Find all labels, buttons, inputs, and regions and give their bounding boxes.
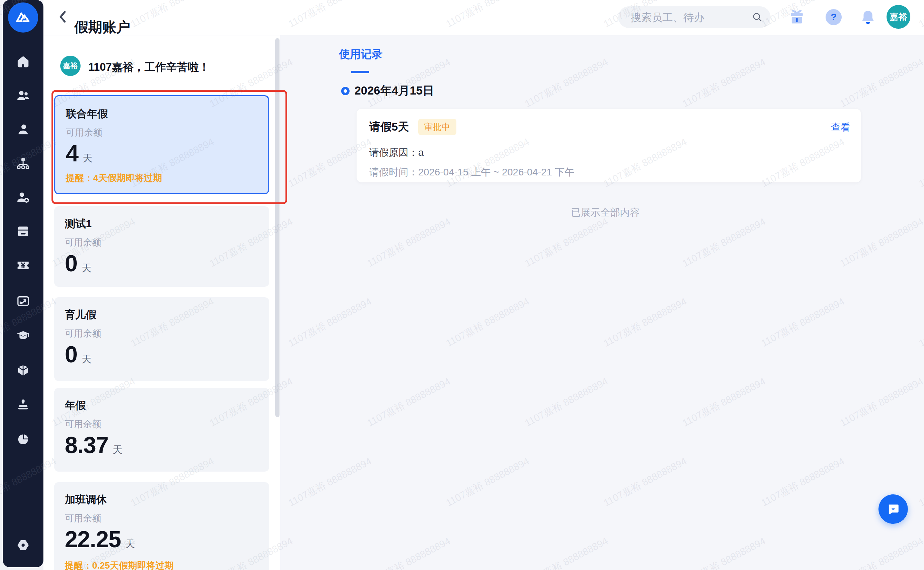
balance-value: 0 bbox=[65, 342, 77, 367]
page-title: 假期账户 bbox=[74, 18, 130, 35]
approval-stamp-icon bbox=[16, 397, 31, 412]
back-button[interactable] bbox=[57, 9, 68, 25]
search-input[interactable] bbox=[630, 6, 747, 29]
leave-type-name: 测试1 bbox=[65, 217, 92, 231]
sidebar-item-settings[interactable] bbox=[15, 537, 31, 553]
expiry-alert: 提醒：0.25天假期即将过期 bbox=[65, 559, 174, 570]
avatar-initials: 嘉裕 bbox=[890, 11, 907, 23]
team-icon bbox=[16, 88, 31, 103]
status-badge: 审批中 bbox=[418, 119, 456, 135]
timeline-bullet-icon bbox=[341, 87, 350, 95]
balance-unit: 天 bbox=[81, 352, 91, 366]
mountain-logo-icon bbox=[13, 8, 33, 27]
balance-label: 可用余额 bbox=[65, 512, 101, 524]
person-icon bbox=[16, 122, 31, 137]
assets-box-icon bbox=[16, 363, 31, 378]
balance-value: 4 bbox=[66, 140, 78, 166]
leave-balance-panel: 嘉裕 1107嘉裕，工作辛苦啦！ 联合年假 可用余额 4天 提醒：4天假期即将过… bbox=[43, 35, 280, 570]
calendar-icon bbox=[16, 224, 31, 239]
sidebar-item-recruit[interactable] bbox=[15, 189, 31, 205]
balance-unit: 天 bbox=[83, 152, 92, 165]
balance-unit: 天 bbox=[112, 443, 122, 457]
sidebar-item-org-chart[interactable] bbox=[15, 155, 31, 172]
rewards-gift-button[interactable] bbox=[787, 7, 807, 27]
moka-logo[interactable] bbox=[8, 3, 38, 32]
leave-record-card: 请假5天 审批中 查看 请假原因：a 请假时间：2026-04-15 上午 ~ … bbox=[356, 109, 861, 182]
training-cap-icon bbox=[16, 328, 31, 343]
org-chart-icon bbox=[16, 156, 31, 171]
sidebar-item-performance[interactable] bbox=[15, 293, 31, 309]
performance-chart-icon bbox=[16, 294, 31, 308]
tab-active-underline bbox=[351, 71, 369, 73]
customer-service-chat-button[interactable] bbox=[878, 494, 908, 524]
greeting-text: 1107嘉裕，工作辛苦啦！ bbox=[88, 60, 209, 75]
expiry-alert: 提醒：4天假期即将过期 bbox=[66, 172, 162, 184]
leave-type-name: 联合年假 bbox=[66, 107, 108, 121]
record-title: 请假5天 bbox=[369, 120, 409, 135]
leave-card-parental[interactable]: 育儿假 可用余额 0天 bbox=[54, 297, 269, 381]
usage-records-area: 使用记录 2026年4月15日 请假5天 审批中 查看 请假原因：a 请假时间：… bbox=[280, 35, 924, 570]
balance-unit: 天 bbox=[81, 262, 91, 275]
search-icon[interactable] bbox=[752, 12, 763, 23]
global-search bbox=[618, 6, 771, 28]
sidebar-item-salary[interactable] bbox=[15, 257, 31, 273]
leave-card-annual[interactable]: 年假 可用余额 8.37天 bbox=[54, 388, 269, 472]
gift-icon bbox=[787, 8, 806, 27]
sidebar-item-assets[interactable] bbox=[15, 362, 31, 378]
sidebar-item-attendance[interactable] bbox=[15, 224, 31, 239]
notifications-button[interactable] bbox=[858, 7, 878, 27]
record-reason: 请假原因：a bbox=[369, 146, 424, 159]
sidebar-item-approval[interactable] bbox=[15, 396, 31, 412]
report-pie-icon bbox=[16, 432, 31, 447]
greeting-avatar: 嘉裕 bbox=[60, 56, 81, 76]
leave-account-screen: 假期账户 ? 嘉裕 嘉裕 1107嘉裕，工作辛苦啦！ 联合年假 可用余额 4天 … bbox=[0, 0, 924, 570]
leave-card-union-annual[interactable]: 联合年假 可用余额 4天 提醒：4天假期即将过期 bbox=[54, 95, 269, 194]
balance-label: 可用余额 bbox=[66, 126, 102, 139]
sidebar-item-profile[interactable] bbox=[15, 121, 31, 138]
leave-type-name: 加班调休 bbox=[65, 493, 107, 507]
question-mark-icon: ? bbox=[831, 12, 837, 23]
leave-card-overtime[interactable]: 加班调休 可用余额 22.25天 提醒：0.25天假期即将过期 bbox=[54, 482, 269, 570]
balance-label: 可用余额 bbox=[65, 236, 101, 248]
balance-label: 可用余额 bbox=[65, 418, 101, 430]
sidebar-item-home[interactable] bbox=[15, 54, 31, 70]
chat-icon bbox=[886, 502, 901, 516]
bell-icon bbox=[859, 8, 877, 27]
record-time-range: 请假时间：2026-04-15 上午 ~ 2026-04-21 下午 bbox=[369, 165, 574, 179]
leave-card-test1[interactable]: 测试1 可用余额 0天 bbox=[54, 206, 269, 287]
all-content-shown-text: 已展示全部内容 bbox=[571, 206, 640, 219]
balance-label: 可用余额 bbox=[65, 327, 101, 340]
app-sidebar bbox=[3, 0, 43, 567]
timeline-date: 2026年4月15日 bbox=[355, 83, 434, 99]
salary-ticket-icon bbox=[16, 258, 31, 273]
balance-value: 8.37 bbox=[65, 432, 108, 458]
user-avatar[interactable]: 嘉裕 bbox=[887, 5, 910, 29]
sidebar-item-team[interactable] bbox=[15, 87, 31, 104]
balance-unit: 天 bbox=[125, 538, 135, 551]
greeting-avatar-text: 嘉裕 bbox=[63, 61, 78, 71]
view-record-link[interactable]: 查看 bbox=[831, 121, 850, 134]
leave-type-name: 年假 bbox=[65, 398, 86, 413]
chevron-left-icon bbox=[57, 9, 67, 25]
sidebar-item-training[interactable] bbox=[15, 327, 31, 343]
leave-type-name: 育儿假 bbox=[65, 308, 96, 322]
balance-value: 22.25 bbox=[65, 526, 121, 552]
help-button[interactable]: ? bbox=[826, 9, 842, 25]
sidebar-item-report[interactable] bbox=[15, 431, 31, 447]
settings-icon bbox=[16, 538, 31, 553]
tab-usage-records[interactable]: 使用记录 bbox=[339, 47, 382, 61]
top-header: 假期账户 ? 嘉裕 bbox=[43, 0, 924, 35]
balance-value: 0 bbox=[65, 250, 77, 276]
home-icon bbox=[16, 54, 31, 69]
panel-scrollbar-thumb[interactable] bbox=[275, 38, 279, 417]
person-add-icon bbox=[16, 190, 31, 205]
